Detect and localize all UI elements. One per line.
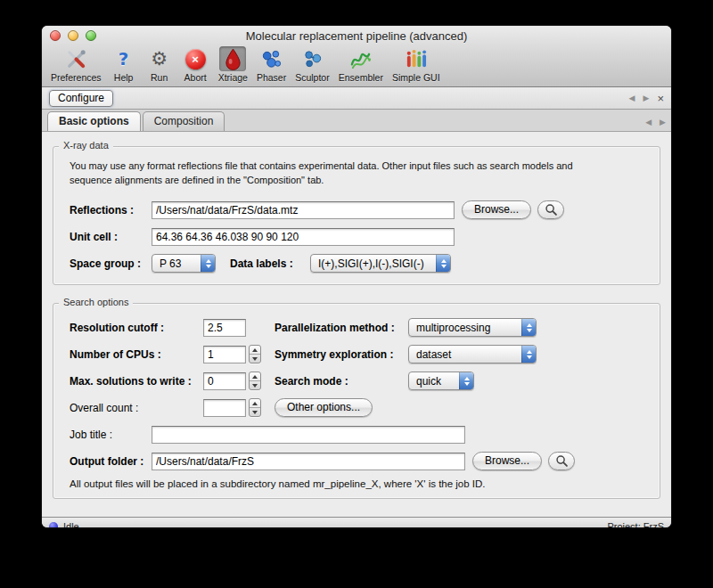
nav-prev-icon[interactable]: ◀ bbox=[645, 118, 652, 127]
overall-count-label: Overall count : bbox=[70, 402, 203, 414]
close-button[interactable] bbox=[50, 30, 61, 41]
window-controls bbox=[50, 30, 96, 41]
toolbar-item-label: Sculptor bbox=[295, 72, 330, 83]
tab-composition[interactable]: Composition bbox=[143, 111, 225, 131]
output-folder-input[interactable] bbox=[152, 453, 465, 470]
reflections-row: Reflections : Browse... bbox=[70, 197, 643, 224]
symmetry-label: Symmetry exploration : bbox=[275, 348, 408, 361]
magnifier-icon bbox=[555, 454, 569, 468]
max-solutions-label: Max. solutions to write : bbox=[70, 375, 203, 388]
configure-nav: ◀ ▶ × bbox=[629, 93, 664, 104]
window-title: Molecular replacement pipeline (advanced… bbox=[246, 29, 468, 43]
data-labels-label: Data labels : bbox=[230, 257, 310, 270]
resolution-cutoff-label: Resolution cutoff : bbox=[70, 322, 203, 334]
reflections-label: Reflections : bbox=[70, 204, 152, 216]
status-text: Idle bbox=[63, 521, 79, 527]
space-group-row: Space group : P 63 Data labels : I(+),SI… bbox=[70, 250, 643, 277]
close-tab-icon[interactable]: × bbox=[657, 93, 664, 104]
overall-count-input[interactable] bbox=[203, 399, 246, 417]
minimize-button[interactable] bbox=[68, 30, 78, 41]
search-mode-label: Search mode : bbox=[275, 375, 408, 388]
reflections-search-button[interactable] bbox=[537, 200, 564, 219]
toolbar-item-label: Ensembler bbox=[339, 72, 383, 83]
toolbar-item-preferences[interactable]: Preferences bbox=[51, 46, 102, 83]
nav-prev-icon[interactable]: ◀ bbox=[629, 94, 635, 102]
tab-configure[interactable]: Configure bbox=[49, 90, 113, 107]
title-bar[interactable]: Molecular replacement pipeline (advanced… bbox=[42, 26, 671, 45]
magnifier-icon bbox=[545, 203, 558, 216]
xray-group-title: X-ray data bbox=[59, 140, 113, 151]
job-title-label: Job title : bbox=[70, 429, 152, 441]
overall-count-row: Overall count : Other options... bbox=[70, 395, 643, 421]
step-up-icon[interactable] bbox=[250, 346, 260, 355]
max-solutions-row: Max. solutions to write : Search mode : … bbox=[70, 368, 643, 395]
options-tab-nav: ◀ ▶ bbox=[645, 118, 666, 131]
tools-icon bbox=[61, 46, 91, 71]
xray-description: You may use any format reflections file … bbox=[70, 159, 643, 188]
xray-data-group: X-ray data You may use any format reflec… bbox=[53, 146, 660, 285]
search-group-title: Search options bbox=[59, 297, 133, 307]
reflections-browse-button[interactable]: Browse... bbox=[462, 200, 531, 219]
overall-count-stepper[interactable] bbox=[249, 398, 261, 417]
search-options-group: Search options Resolution cutoff : Paral… bbox=[53, 303, 660, 499]
green-ribbon-icon bbox=[346, 46, 375, 71]
window-chrome: Molecular replacement pipeline (advanced… bbox=[42, 26, 671, 87]
toolbar-item-simple-gui[interactable]: Simple GUI bbox=[392, 46, 440, 83]
dropdown-arrows-icon bbox=[521, 346, 536, 363]
data-labels-dropdown[interactable]: I(+),SIGI(+),I(-),SIGI(-) bbox=[310, 254, 451, 273]
parallelization-label: Parallelization method : bbox=[275, 322, 408, 334]
toolbar-item-phaser[interactable]: Phaser bbox=[257, 46, 286, 83]
job-title-row: Job title : bbox=[70, 421, 643, 448]
resolution-row: Resolution cutoff : Parallelization meth… bbox=[70, 314, 643, 341]
step-up-icon[interactable] bbox=[250, 372, 260, 381]
reflections-input[interactable] bbox=[152, 201, 455, 219]
num-cpus-stepper[interactable] bbox=[249, 345, 261, 363]
configure-tab-strip: Configure ◀ ▶ × bbox=[42, 87, 671, 110]
step-up-icon[interactable] bbox=[250, 399, 260, 408]
toolbar-item-xtriage[interactable]: Xtriage bbox=[218, 46, 248, 83]
red-x-icon: × bbox=[182, 46, 209, 71]
toolbar-item-label: Abort bbox=[184, 72, 207, 83]
status-bar: Idle Project: FrzS bbox=[42, 517, 671, 527]
output-folder-browse-button[interactable]: Browse... bbox=[472, 452, 542, 470]
job-title-input[interactable] bbox=[152, 426, 465, 444]
nav-next-icon[interactable]: ▶ bbox=[660, 118, 666, 127]
search-mode-dropdown[interactable]: quick bbox=[408, 372, 474, 390]
toolbar-item-run[interactable]: ⚙ Run bbox=[146, 46, 173, 83]
nav-next-icon[interactable]: ▶ bbox=[643, 94, 649, 102]
toolbar-item-sculptor[interactable]: Sculptor bbox=[295, 46, 330, 83]
dropdown-arrows-icon bbox=[436, 255, 450, 272]
toolbar-item-help[interactable]: ? Help bbox=[111, 46, 137, 83]
status-dot-icon bbox=[49, 522, 58, 527]
app-window: Molecular replacement pipeline (advanced… bbox=[42, 26, 671, 527]
zoom-button[interactable] bbox=[86, 30, 96, 41]
space-group-label: Space group : bbox=[70, 257, 152, 270]
num-cpus-input[interactable] bbox=[203, 346, 246, 363]
step-down-icon[interactable] bbox=[250, 381, 260, 389]
space-group-dropdown[interactable]: P 63 bbox=[152, 254, 216, 273]
toolbar-item-label: Help bbox=[114, 72, 134, 83]
step-down-icon[interactable] bbox=[250, 408, 260, 416]
project-label: Project: FrzS bbox=[607, 521, 664, 527]
unit-cell-label: Unit cell : bbox=[70, 231, 152, 243]
toolbar-item-ensembler[interactable]: Ensembler bbox=[339, 46, 383, 83]
output-folder-search-button[interactable] bbox=[548, 452, 575, 470]
toolbar-item-label: Run bbox=[151, 72, 168, 83]
tab-basic-options[interactable]: Basic options bbox=[47, 111, 141, 131]
resolution-cutoff-input[interactable] bbox=[203, 319, 246, 337]
toolbar-item-label: Preferences bbox=[51, 72, 102, 83]
max-solutions-input[interactable] bbox=[203, 372, 246, 390]
toolbar-item-label: Phaser bbox=[257, 72, 286, 83]
toolbar: Preferences ? Help ⚙ Run × Abort bbox=[42, 45, 671, 86]
output-note: All output files will be placed in a sub… bbox=[70, 478, 643, 489]
step-down-icon[interactable] bbox=[250, 355, 260, 363]
toolbar-item-label: Xtriage bbox=[218, 72, 248, 83]
parallelization-dropdown[interactable]: multiprocessing bbox=[408, 318, 537, 337]
toolbar-item-abort[interactable]: × Abort bbox=[182, 46, 209, 83]
symmetry-dropdown[interactable]: dataset bbox=[408, 345, 537, 363]
question-icon: ? bbox=[111, 46, 137, 71]
max-solutions-stepper[interactable] bbox=[249, 372, 261, 390]
blue-molecule-icon bbox=[257, 46, 286, 71]
unit-cell-input[interactable] bbox=[152, 228, 455, 246]
other-options-button[interactable]: Other options... bbox=[275, 398, 373, 417]
